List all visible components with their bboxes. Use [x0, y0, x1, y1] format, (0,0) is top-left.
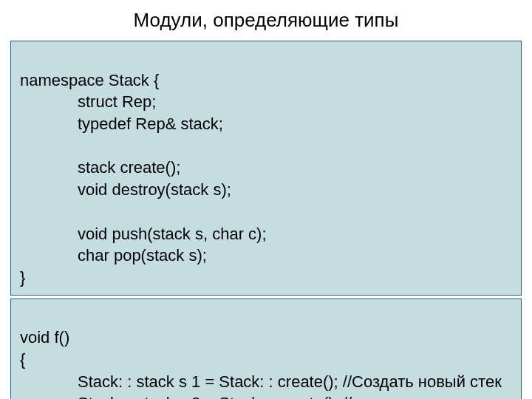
code-line: namespace Stack { — [20, 71, 159, 89]
code-block-namespace: namespace Stack { struct Rep; typedef Re… — [10, 41, 522, 296]
page-title: Модули, определяющие типы — [0, 0, 532, 38]
code-line: } — [20, 268, 25, 287]
code-line: void destroy(stack s); — [78, 180, 231, 199]
code-line: void f() — [20, 328, 69, 347]
code-line: void push(stack s, char c); — [78, 225, 267, 243]
code-line: struct Rep; — [78, 92, 156, 111]
code-block-function: void f() { Stack: : stack s 1 = Stack: :… — [10, 299, 522, 399]
code-line: Stack: : stack s 2 = Stack: : create(); … — [78, 394, 437, 399]
code-line: typedef Rep& stack; — [78, 115, 223, 133]
code-line: Stack: : stack s 1 = Stack: : create(); … — [78, 372, 502, 391]
code-line: char pop(stack s); — [78, 246, 207, 265]
code-line: { — [20, 350, 25, 369]
code-line: stack create(); — [78, 158, 180, 177]
